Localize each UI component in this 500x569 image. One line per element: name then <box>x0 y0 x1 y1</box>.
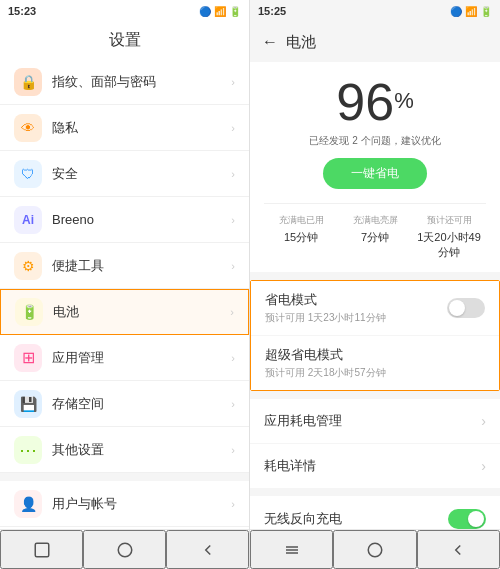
security-icon: 🛡 <box>14 160 42 188</box>
arrow-icon-other: › <box>231 444 235 456</box>
svg-rect-0 <box>35 543 49 557</box>
battery-icon: 🔋 <box>15 298 43 326</box>
storage-icon: 💾 <box>14 390 42 418</box>
fingerprint-icon: 🔒 <box>14 68 42 96</box>
settings-label-breeno: Breeno <box>52 212 231 227</box>
left-status-bar: 15:23 🔵 📶 🔋 <box>0 0 249 22</box>
settings-label-tools: 便捷工具 <box>52 257 231 275</box>
wireless-reverse-label: 无线反向充电 <box>264 510 448 528</box>
home-button[interactable] <box>0 530 83 569</box>
settings-item-apps[interactable]: ⊞ 应用管理 › <box>0 335 249 381</box>
settings-label-storage: 存储空间 <box>52 395 231 413</box>
apps-icon: ⊞ <box>14 344 42 372</box>
right-circle-button[interactable] <box>333 530 416 569</box>
arrow-icon-security: › <box>231 168 235 180</box>
arrow-icon-battery: › <box>230 306 234 318</box>
power-detail-label: 耗电详情 <box>264 457 481 475</box>
battery-percent-sign: % <box>394 88 414 114</box>
settings-item-breeno[interactable]: Ai Breeno › <box>0 197 249 243</box>
bluetooth-icon: 🔵 <box>199 6 211 17</box>
power-saving-text: 省电模式 预计可用 1天23小时11分钟 <box>265 291 447 325</box>
left-header: 设置 <box>0 22 249 59</box>
settings-item-storage[interactable]: 💾 存储空间 › <box>0 381 249 427</box>
power-saving-sub: 预计可用 1天23小时11分钟 <box>265 311 447 325</box>
power-saving-title: 省电模式 <box>265 291 447 309</box>
battery-info-card: 96% 已经发现 2 个问题，建议优化 一键省电 充满电已用 15分钟 充满电亮… <box>250 62 500 272</box>
back-button[interactable] <box>166 530 249 569</box>
super-saving-title: 超级省电模式 <box>265 346 485 364</box>
arrow-icon-fingerprint: › <box>231 76 235 88</box>
right-bluetooth-icon: 🔵 <box>450 6 462 17</box>
optimize-button[interactable]: 一键省电 <box>323 158 427 189</box>
left-time: 15:23 <box>8 5 36 17</box>
arrow-icon-user: › <box>231 498 235 510</box>
battery-stats: 充满电已用 15分钟 充满电亮屏 7分钟 预计还可用 1天20小时49分钟 <box>264 203 486 260</box>
right-bottom-nav <box>250 529 500 569</box>
left-bottom-nav <box>0 529 249 569</box>
right-toggle-knob <box>468 511 484 527</box>
power-saving-mode-item[interactable]: 省电模式 预计可用 1天23小时11分钟 <box>251 281 499 336</box>
right-wifi-icon: 📶 <box>465 6 477 17</box>
breeno-icon: Ai <box>14 206 42 234</box>
settings-panel-left: 15:23 🔵 📶 🔋 设置 🔒 指纹、面部与密码 › 👁 隐私 › 🛡 安全 … <box>0 0 250 569</box>
app-power-item[interactable]: 应用耗电管理 › <box>250 399 500 444</box>
right-battery-indicator-icon: 🔋 <box>480 6 492 17</box>
back-arrow-icon[interactable]: ← <box>262 33 278 51</box>
super-saving-text: 超级省电模式 预计可用 2天18小时57分钟 <box>265 346 485 380</box>
wireless-reverse-toggle[interactable] <box>448 509 486 529</box>
privacy-icon: 👁 <box>14 114 42 142</box>
settings-item-battery[interactable]: 🔋 电池 › <box>0 289 249 335</box>
arrow-icon-breeno: › <box>231 214 235 226</box>
power-saving-toggle[interactable] <box>447 298 485 318</box>
circle-button[interactable] <box>83 530 166 569</box>
arrow-icon-storage: › <box>231 398 235 410</box>
settings-item-tools[interactable]: ⚙ 便捷工具 › <box>0 243 249 289</box>
settings-item-fingerprint[interactable]: 🔒 指纹、面部与密码 › <box>0 59 249 105</box>
stat-screen-time: 充满电亮屏 7分钟 <box>338 214 412 260</box>
settings-item-user[interactable]: 👤 用户与帐号 › <box>0 481 249 527</box>
right-time: 15:25 <box>258 5 286 17</box>
divider <box>0 473 249 481</box>
settings-item-security[interactable]: 🛡 安全 › <box>0 151 249 197</box>
wireless-charging-card: 无线反向充电 无线充电设置 › <box>250 496 500 529</box>
settings-label-battery: 电池 <box>53 303 230 321</box>
right-menu-button[interactable] <box>250 530 333 569</box>
left-status-icons: 🔵 📶 🔋 <box>199 6 241 17</box>
right-status-icons: 🔵 📶 🔋 <box>450 6 492 17</box>
arrow-icon-apps: › <box>231 352 235 364</box>
power-detail-arrow: › <box>481 458 486 474</box>
arrow-icon-privacy: › <box>231 122 235 134</box>
settings-item-cloud[interactable]: ☁ 云服务 › <box>0 527 249 529</box>
app-power-arrow: › <box>481 413 486 429</box>
right-status-bar: 15:25 🔵 📶 🔋 <box>250 0 500 22</box>
battery-panel-right: 15:25 🔵 📶 🔋 ← 电池 96% 已经发现 2 个问题，建议优化 一键省… <box>250 0 500 569</box>
svg-point-1 <box>118 543 132 557</box>
wifi-icon: 📶 <box>214 6 226 17</box>
tools-icon: ⚙ <box>14 252 42 280</box>
power-mode-card: 省电模式 预计可用 1天23小时11分钟 超级省电模式 预计可用 2天18小时5… <box>250 280 500 391</box>
settings-label-security: 安全 <box>52 165 231 183</box>
app-power-label: 应用耗电管理 <box>264 412 481 430</box>
user-icon: 👤 <box>14 490 42 518</box>
stat-label-2: 预计还可用 <box>412 214 486 227</box>
settings-item-privacy[interactable]: 👁 隐私 › <box>0 105 249 151</box>
stat-remaining: 预计还可用 1天20小时49分钟 <box>412 214 486 260</box>
right-back-button[interactable] <box>417 530 500 569</box>
left-title: 设置 <box>109 31 141 48</box>
app-power-card: 应用耗电管理 › 耗电详情 › <box>250 399 500 488</box>
battery-indicator-icon: 🔋 <box>229 6 241 17</box>
power-detail-item[interactable]: 耗电详情 › <box>250 444 500 488</box>
settings-label-privacy: 隐私 <box>52 119 231 137</box>
settings-item-other[interactable]: ⋯ 其他设置 › <box>0 427 249 473</box>
wireless-reverse-item[interactable]: 无线反向充电 <box>250 496 500 529</box>
stat-value-2: 1天20小时49分钟 <box>412 230 486 260</box>
toggle-knob <box>449 300 465 316</box>
arrow-icon-tools: › <box>231 260 235 272</box>
svg-point-5 <box>368 543 382 557</box>
stat-label-0: 充满电已用 <box>264 214 338 227</box>
super-saving-mode-item[interactable]: 超级省电模式 预计可用 2天18小时57分钟 <box>251 336 499 390</box>
stat-label-1: 充满电亮屏 <box>338 214 412 227</box>
super-saving-sub: 预计可用 2天18小时57分钟 <box>265 366 485 380</box>
battery-content: 96% 已经发现 2 个问题，建议优化 一键省电 充满电已用 15分钟 充满电亮… <box>250 62 500 529</box>
settings-label-fingerprint: 指纹、面部与密码 <box>52 73 231 91</box>
